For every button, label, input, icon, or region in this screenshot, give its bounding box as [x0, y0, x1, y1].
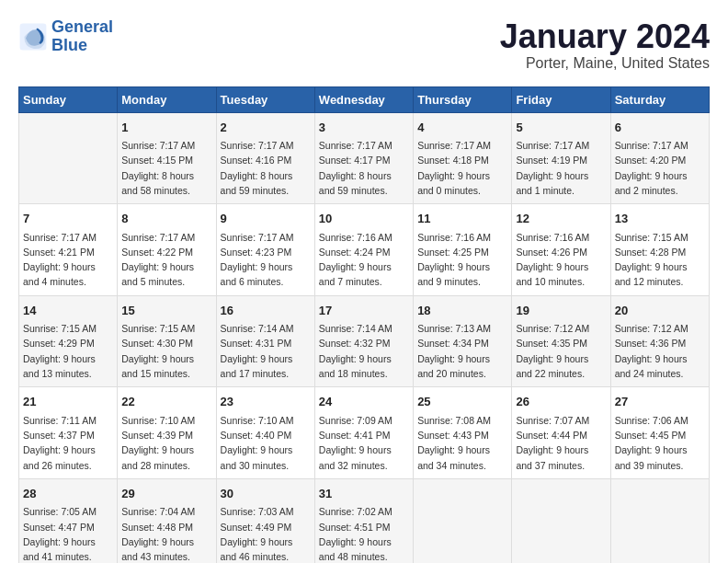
- day-info: Sunrise: 7:15 AMSunset: 4:30 PMDaylight:…: [121, 321, 211, 381]
- day-number: 27: [615, 393, 705, 411]
- calendar-body: 1Sunrise: 7:17 AMSunset: 4:15 PMDaylight…: [19, 112, 710, 563]
- header-day-sunday: Sunday: [19, 86, 118, 112]
- calendar-cell: 30Sunrise: 7:03 AMSunset: 4:49 PMDayligh…: [216, 478, 314, 563]
- title-block: January 2024 Porter, Maine, United State…: [500, 18, 710, 72]
- day-info: Sunrise: 7:02 AMSunset: 4:51 PMDaylight:…: [319, 504, 409, 563]
- calendar-cell: 27Sunrise: 7:06 AMSunset: 4:45 PMDayligh…: [610, 387, 709, 479]
- day-info: Sunrise: 7:05 AMSunset: 4:47 PMDaylight:…: [23, 504, 113, 563]
- day-number: 6: [615, 119, 705, 137]
- day-info: Sunrise: 7:07 AMSunset: 4:44 PMDaylight:…: [516, 413, 606, 473]
- day-info: Sunrise: 7:11 AMSunset: 4:37 PMDaylight:…: [23, 413, 113, 473]
- calendar-cell: 3Sunrise: 7:17 AMSunset: 4:17 PMDaylight…: [314, 112, 413, 204]
- day-number: 23: [221, 393, 311, 411]
- day-number: 24: [319, 393, 409, 411]
- logo: General Blue: [18, 18, 113, 55]
- day-info: Sunrise: 7:12 AMSunset: 4:35 PMDaylight:…: [516, 321, 606, 381]
- calendar-cell: 6Sunrise: 7:17 AMSunset: 4:20 PMDaylight…: [610, 112, 709, 204]
- week-row: 14Sunrise: 7:15 AMSunset: 4:29 PMDayligh…: [19, 295, 710, 387]
- day-info: Sunrise: 7:16 AMSunset: 4:24 PMDaylight:…: [319, 230, 409, 290]
- day-number: 26: [516, 393, 606, 411]
- day-info: Sunrise: 7:14 AMSunset: 4:31 PMDaylight:…: [221, 321, 311, 381]
- day-info: Sunrise: 7:03 AMSunset: 4:49 PMDaylight:…: [221, 504, 311, 563]
- day-info: Sunrise: 7:17 AMSunset: 4:19 PMDaylight:…: [516, 138, 606, 198]
- week-row: 7Sunrise: 7:17 AMSunset: 4:21 PMDaylight…: [19, 204, 710, 296]
- calendar-cell: 28Sunrise: 7:05 AMSunset: 4:47 PMDayligh…: [19, 478, 118, 563]
- day-number: 1: [121, 119, 211, 137]
- day-number: 2: [221, 119, 311, 137]
- calendar-cell: 23Sunrise: 7:10 AMSunset: 4:40 PMDayligh…: [216, 387, 314, 479]
- day-info: Sunrise: 7:16 AMSunset: 4:25 PMDaylight:…: [417, 230, 507, 290]
- calendar-subtitle: Porter, Maine, United States: [500, 55, 710, 72]
- day-info: Sunrise: 7:12 AMSunset: 4:36 PMDaylight:…: [615, 321, 705, 381]
- day-number: 28: [23, 485, 113, 503]
- day-info: Sunrise: 7:06 AMSunset: 4:45 PMDaylight:…: [615, 413, 705, 473]
- day-number: 14: [23, 302, 113, 320]
- calendar-cell: [512, 478, 610, 563]
- calendar-header: SundayMondayTuesdayWednesdayThursdayFrid…: [19, 86, 710, 112]
- day-info: Sunrise: 7:16 AMSunset: 4:26 PMDaylight:…: [516, 230, 606, 290]
- day-info: Sunrise: 7:08 AMSunset: 4:43 PMDaylight:…: [417, 413, 507, 473]
- header-day-friday: Friday: [512, 86, 610, 112]
- calendar-cell: 13Sunrise: 7:15 AMSunset: 4:28 PMDayligh…: [610, 204, 709, 296]
- header-day-thursday: Thursday: [414, 86, 512, 112]
- day-number: 21: [23, 393, 113, 411]
- calendar-cell: 26Sunrise: 7:07 AMSunset: 4:44 PMDayligh…: [512, 387, 610, 479]
- logo-icon: [18, 22, 48, 52]
- day-number: 30: [221, 485, 311, 503]
- calendar-cell: 7Sunrise: 7:17 AMSunset: 4:21 PMDaylight…: [19, 204, 118, 296]
- calendar-cell: 20Sunrise: 7:12 AMSunset: 4:36 PMDayligh…: [610, 295, 709, 387]
- day-info: Sunrise: 7:17 AMSunset: 4:17 PMDaylight:…: [319, 138, 409, 198]
- day-info: Sunrise: 7:17 AMSunset: 4:21 PMDaylight:…: [23, 230, 113, 290]
- day-number: 25: [417, 393, 507, 411]
- header-day-tuesday: Tuesday: [216, 86, 314, 112]
- day-info: Sunrise: 7:17 AMSunset: 4:15 PMDaylight:…: [121, 138, 211, 198]
- calendar-cell: 31Sunrise: 7:02 AMSunset: 4:51 PMDayligh…: [314, 478, 413, 563]
- day-info: Sunrise: 7:17 AMSunset: 4:16 PMDaylight:…: [221, 138, 311, 198]
- header-day-wednesday: Wednesday: [314, 86, 413, 112]
- calendar-cell: 19Sunrise: 7:12 AMSunset: 4:35 PMDayligh…: [512, 295, 610, 387]
- calendar-cell: 15Sunrise: 7:15 AMSunset: 4:30 PMDayligh…: [118, 295, 216, 387]
- calendar-cell: 11Sunrise: 7:16 AMSunset: 4:25 PMDayligh…: [414, 204, 512, 296]
- day-info: Sunrise: 7:14 AMSunset: 4:32 PMDaylight:…: [319, 321, 409, 381]
- day-info: Sunrise: 7:09 AMSunset: 4:41 PMDaylight:…: [319, 413, 409, 473]
- day-info: Sunrise: 7:17 AMSunset: 4:23 PMDaylight:…: [221, 230, 311, 290]
- calendar-cell: 21Sunrise: 7:11 AMSunset: 4:37 PMDayligh…: [19, 387, 118, 479]
- day-number: 9: [221, 210, 311, 228]
- calendar-cell: 25Sunrise: 7:08 AMSunset: 4:43 PMDayligh…: [414, 387, 512, 479]
- calendar-title: January 2024: [500, 18, 710, 55]
- calendar-cell: 16Sunrise: 7:14 AMSunset: 4:31 PMDayligh…: [216, 295, 314, 387]
- calendar-table: SundayMondayTuesdayWednesdayThursdayFrid…: [18, 86, 710, 563]
- calendar-cell: 5Sunrise: 7:17 AMSunset: 4:19 PMDaylight…: [512, 112, 610, 204]
- day-number: 20: [615, 302, 705, 320]
- logo-text: General Blue: [51, 18, 113, 55]
- day-number: 12: [516, 210, 606, 228]
- calendar-cell: 18Sunrise: 7:13 AMSunset: 4:34 PMDayligh…: [414, 295, 512, 387]
- day-number: 11: [417, 210, 507, 228]
- day-number: 5: [516, 119, 606, 137]
- day-number: 18: [417, 302, 507, 320]
- logo-line1: General: [51, 17, 113, 36]
- day-number: 8: [121, 210, 211, 228]
- day-info: Sunrise: 7:17 AMSunset: 4:20 PMDaylight:…: [615, 138, 705, 198]
- header-day-monday: Monday: [118, 86, 216, 112]
- calendar-cell: [414, 478, 512, 563]
- calendar-cell: 17Sunrise: 7:14 AMSunset: 4:32 PMDayligh…: [314, 295, 413, 387]
- calendar-cell: 1Sunrise: 7:17 AMSunset: 4:15 PMDaylight…: [118, 112, 216, 204]
- day-info: Sunrise: 7:13 AMSunset: 4:34 PMDaylight:…: [417, 321, 507, 381]
- calendar-cell: 10Sunrise: 7:16 AMSunset: 4:24 PMDayligh…: [314, 204, 413, 296]
- day-number: 15: [121, 302, 211, 320]
- day-number: 17: [319, 302, 409, 320]
- calendar-cell: 22Sunrise: 7:10 AMSunset: 4:39 PMDayligh…: [118, 387, 216, 479]
- calendar-cell: 4Sunrise: 7:17 AMSunset: 4:18 PMDaylight…: [414, 112, 512, 204]
- calendar-cell: 8Sunrise: 7:17 AMSunset: 4:22 PMDaylight…: [118, 204, 216, 296]
- page-header: General Blue January 2024 Porter, Maine,…: [18, 18, 710, 72]
- header-day-saturday: Saturday: [610, 86, 709, 112]
- calendar-cell: 24Sunrise: 7:09 AMSunset: 4:41 PMDayligh…: [314, 387, 413, 479]
- day-number: 19: [516, 302, 606, 320]
- day-info: Sunrise: 7:10 AMSunset: 4:40 PMDaylight:…: [221, 413, 311, 473]
- day-number: 10: [319, 210, 409, 228]
- day-info: Sunrise: 7:17 AMSunset: 4:22 PMDaylight:…: [121, 230, 211, 290]
- day-number: 29: [121, 485, 211, 503]
- week-row: 21Sunrise: 7:11 AMSunset: 4:37 PMDayligh…: [19, 387, 710, 479]
- day-number: 3: [319, 119, 409, 137]
